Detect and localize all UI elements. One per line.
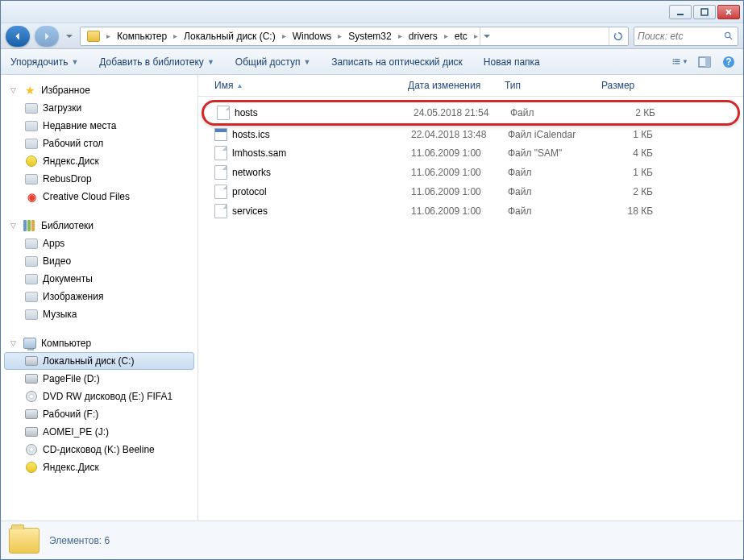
breadcrumb-item[interactable]: etc <box>450 27 472 45</box>
yandex-disk-icon <box>26 462 37 473</box>
sidebar-item[interactable]: CD-дисковод (K:) Beeline <box>4 441 194 458</box>
chevron-right-icon[interactable]: ▸ <box>105 31 112 40</box>
file-icon <box>214 204 227 218</box>
collapse-icon: ▽ <box>10 86 19 94</box>
sidebar-item-label: Рабочий (F:) <box>43 409 98 420</box>
file-list-pane: Имя▲ Дата изменения Тип Размер hosts 24.… <box>198 75 743 521</box>
breadcrumb-item[interactable]: System32 <box>343 27 396 45</box>
file-name: networks <box>232 167 271 178</box>
file-row[interactable]: lmhosts.sam 11.06.2009 1:00 Файл "SAM" 4… <box>202 143 740 163</box>
file-row[interactable]: hosts 24.05.2018 21:54 Файл 2 КБ <box>202 100 740 126</box>
breadcrumb-root[interactable] <box>82 27 105 45</box>
calendar-file-icon <box>214 128 227 141</box>
collapse-icon: ▽ <box>10 222 19 230</box>
star-icon: ★ <box>23 84 36 97</box>
svg-rect-0 <box>677 14 684 15</box>
chevron-down-icon: ▼ <box>71 58 78 66</box>
burn-button[interactable]: Записать на оптический диск <box>328 53 466 71</box>
libraries-group[interactable]: ▽Библиотеки <box>4 217 194 234</box>
computer-group[interactable]: ▽Компьютер <box>4 334 194 352</box>
forward-button[interactable] <box>35 26 59 47</box>
breadcrumb-item[interactable]: Локальный диск (C:) <box>179 27 281 45</box>
breadcrumb-item[interactable]: Windows <box>288 27 337 45</box>
sidebar-item[interactable]: DVD RW дисковод (E:) FIFA1 <box>4 388 194 405</box>
file-size: 2 КБ <box>596 186 661 197</box>
back-button[interactable] <box>6 26 30 47</box>
organize-menu[interactable]: Упорядочить▼ <box>7 53 81 71</box>
navigation-pane[interactable]: ▽★Избранное ЗагрузкиНедавние местаРабочи… <box>1 75 198 521</box>
sidebar-item-label: Рабочий стол <box>43 138 103 149</box>
sidebar-item[interactable]: RebusDrop <box>4 170 194 188</box>
chevron-right-icon[interactable]: ▸ <box>172 31 179 40</box>
svg-rect-1 <box>701 9 708 15</box>
disc-icon <box>26 391 37 402</box>
column-header-size[interactable]: Размер <box>593 80 658 91</box>
sidebar-item[interactable]: Локальный диск (C:) <box>4 352 194 370</box>
column-headers: Имя▲ Дата изменения Тип Размер <box>198 75 743 97</box>
drive-icon <box>25 427 38 437</box>
sidebar-item-label: Яндекс.Диск <box>43 462 99 473</box>
chevron-right-icon[interactable]: ▸ <box>336 31 343 40</box>
column-header-date[interactable]: Дата изменения <box>400 80 497 91</box>
sidebar-item[interactable]: Видео <box>4 252 194 270</box>
sidebar-item-label: Недавние места <box>43 120 116 131</box>
sidebar-item[interactable]: Рабочий стол <box>4 135 194 152</box>
chevron-right-icon[interactable]: ▸ <box>397 31 404 40</box>
sidebar-item[interactable]: Недавние места <box>4 117 194 135</box>
file-row[interactable]: protocol 11.06.2009 1:00 Файл 2 КБ <box>202 182 740 201</box>
address-bar[interactable]: ▸ Компьютер▸Локальный диск (C:)▸Windows▸… <box>80 27 629 46</box>
collapse-icon: ▽ <box>10 339 19 347</box>
help-button[interactable]: ? <box>721 54 737 70</box>
nav-history-dropdown[interactable] <box>64 26 75 47</box>
explorer-window: ▸ Компьютер▸Локальный диск (C:)▸Windows▸… <box>0 0 744 560</box>
sidebar-item[interactable]: Документы <box>4 270 194 288</box>
sidebar-item[interactable]: Яндекс.Диск <box>4 152 194 170</box>
command-bar: Упорядочить▼ Добавить в библиотеку▼ Общи… <box>1 49 743 75</box>
chevron-right-icon[interactable]: ▸ <box>472 31 480 40</box>
search-input[interactable] <box>638 31 724 42</box>
sidebar-item[interactable]: Apps <box>4 234 194 252</box>
search-box[interactable] <box>634 27 738 46</box>
sidebar-item-label: Creative Cloud Files <box>43 191 130 202</box>
sidebar-item[interactable]: Изображения <box>4 288 194 305</box>
chevron-right-icon[interactable]: ▸ <box>281 31 288 40</box>
view-options-button[interactable]: ▼ <box>672 54 688 70</box>
file-row[interactable]: hosts.ics 22.04.2018 13:48 Файл iCalenda… <box>202 126 740 143</box>
sidebar-item[interactable]: ◉Creative Cloud Files <box>4 188 194 205</box>
file-type: Файл <box>500 186 596 197</box>
refresh-button[interactable] <box>609 27 626 45</box>
favorites-group[interactable]: ▽★Избранное <box>4 81 194 99</box>
svg-rect-4 <box>675 59 680 60</box>
breadcrumb-item[interactable]: drivers <box>404 27 443 45</box>
maximize-button[interactable] <box>693 5 716 19</box>
sidebar-item[interactable]: Музыка <box>4 305 194 323</box>
sidebar-item[interactable]: Загрузки <box>4 99 194 117</box>
sidebar-item[interactable]: PageFile (D:) <box>4 370 194 388</box>
minimize-button[interactable] <box>669 5 692 19</box>
add-to-library-menu[interactable]: Добавить в библиотеку▼ <box>96 53 217 71</box>
chevron-down-icon: ▼ <box>207 58 214 66</box>
new-folder-button[interactable]: Новая папка <box>480 53 543 71</box>
libraries-icon <box>23 220 36 231</box>
sidebar-item[interactable]: Яндекс.Диск <box>4 458 194 476</box>
sidebar-item[interactable]: AOMEI_PE (J:) <box>4 423 194 441</box>
preview-pane-button[interactable] <box>696 54 713 70</box>
column-header-type[interactable]: Тип <box>497 80 593 91</box>
file-date: 11.06.2009 1:00 <box>403 167 500 178</box>
close-button[interactable] <box>717 5 740 19</box>
file-list[interactable]: hosts 24.05.2018 21:54 Файл 2 КБ hosts.i… <box>198 97 743 521</box>
file-type: Файл <box>500 167 596 178</box>
library-icon <box>25 239 38 249</box>
sidebar-item[interactable]: Рабочий (F:) <box>4 405 194 423</box>
svg-rect-5 <box>673 60 675 61</box>
file-row[interactable]: networks 11.06.2009 1:00 Файл 1 КБ <box>202 163 740 182</box>
file-type: Файл "SAM" <box>500 147 596 159</box>
address-dropdown[interactable] <box>480 27 494 45</box>
file-type: Файл <box>502 107 599 118</box>
chevron-right-icon[interactable]: ▸ <box>443 31 450 40</box>
file-row[interactable]: services 11.06.2009 1:00 Файл 18 КБ <box>202 201 740 221</box>
computer-icon <box>23 338 36 349</box>
breadcrumb-item[interactable]: Компьютер <box>112 27 172 45</box>
column-header-name[interactable]: Имя▲ <box>198 80 400 91</box>
share-menu[interactable]: Общий доступ▼ <box>232 53 314 71</box>
